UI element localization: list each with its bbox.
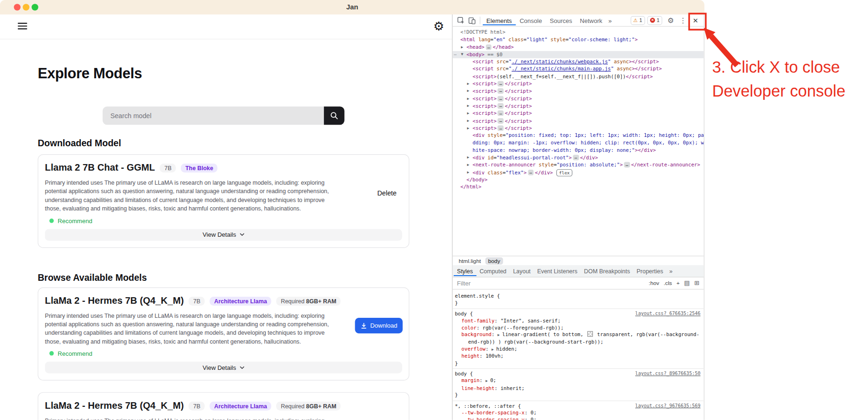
new-style-rule-button[interactable]: + [676,280,680,286]
model-description: Primary intended uses The primary use of… [45,179,337,213]
model-size-badge: 7B [189,402,205,411]
model-title: LlaMa 2 - Hermes 7B (Q4_K_M) [45,295,184,307]
styles-sidebar-tabs: StylesComputedLayoutEvent ListenersDOM B… [453,265,704,278]
recommend-label: Recommend [58,217,92,224]
styles-filter-bar: Filter :hov .cls + ▤ ⊞ [453,278,704,290]
tab-sources[interactable]: Sources [546,15,576,25]
settings-gear-icon[interactable]: ⚙ [434,17,444,36]
page-title: Explore Models [37,65,409,82]
crumb-html[interactable]: html.light [456,257,484,264]
search-button[interactable] [324,106,344,125]
tab-styles[interactable]: Styles [454,266,476,276]
annotation-line-2: Developer console [712,79,845,103]
search-placeholder: Search model [110,112,151,120]
browse-models-heading: Browse Available Models [37,272,409,283]
inspect-icon[interactable] [456,15,467,26]
app-header: ⚙ [0,15,452,39]
annotation-text: 3. Click X to close Developer console [712,55,845,103]
model-card-title-row: LlaMa 2 - Hermes 7B (Q4_K_M) 7B Architec… [45,295,402,307]
more-tabs-icon[interactable]: » [606,17,614,23]
warnings-badge[interactable]: ⚠ 1 [630,16,645,25]
styles-filter-input[interactable]: Filter [457,280,471,286]
crumb-body[interactable]: body [485,257,502,264]
model-architecture-badge: Architecture Llama [210,297,272,306]
recommend-dot-icon [49,351,53,355]
download-icon [360,322,367,329]
menu-icon[interactable] [18,23,28,31]
chevron-down-icon [239,233,245,236]
model-card-title-row: Llama 2 7B Chat - GGML 7B The Bloke [45,163,402,174]
model-card: Llama 2 7B Chat - GGML 7B The Bloke Prim… [37,154,409,248]
tab-elements[interactable]: Elements [483,15,516,25]
model-author-badge: The Bloke [181,164,217,172]
view-details-button[interactable]: View Details [45,229,402,240]
view-details-label: View Details [202,364,236,371]
tab-computed[interactable]: Computed [476,266,510,276]
devtools-panel: ElementsConsoleSourcesNetwork » ⚠ 1 ✕ 1 … [452,15,704,420]
search-bar: Search model [103,106,344,125]
window-title: Jan [0,0,704,15]
error-count: 1 [657,17,659,23]
search-model-input[interactable]: Search model [103,106,324,125]
model-ram-badge: Required 8GB+ RAM [277,297,341,306]
breadcrumb: html.lightbody [453,256,704,266]
model-card: LlaMa 2 - Hermes 7B (Q4_K_M) 7B Architec… [37,392,409,420]
tab-layout[interactable]: Layout [510,266,534,276]
stylesheet-link[interactable]: layout.css?_89676635:50 [635,371,700,376]
tab-network[interactable]: Network [576,15,606,25]
tab-properties[interactable]: Properties [633,266,666,276]
model-title: Llama 2 7B Chat - GGML [45,163,155,174]
chevron-down-icon [239,366,245,369]
model-size-badge: 7B [160,164,176,172]
more-tabs-icon[interactable]: » [666,268,675,274]
kebab-menu-icon[interactable]: ⋮ [680,16,687,24]
downloaded-model-heading: Downloaded Model [37,138,409,149]
window-titlebar: Jan [0,0,704,15]
devtools-toolbar: ElementsConsoleSourcesNetwork » ⚠ 1 ✕ 1 … [453,15,704,27]
model-ram-badge: Required 8GB+ RAM [277,402,341,411]
recommend-row: Recommend [49,350,402,357]
layout-panel-icon[interactable]: ⊞ [694,279,699,286]
model-description: Primary intended uses The primary use of… [45,312,337,346]
annotation-line-1: 3. Click X to close [712,55,845,79]
class-toggle[interactable]: .cls [664,280,672,286]
toolbar-divider [480,16,480,24]
model-architecture-badge: Architecture Llama [210,402,272,411]
model-card: LlaMa 2 - Hermes 7B (Q4_K_M) 7B Architec… [37,287,409,381]
stylesheet-link[interactable]: layout.css?_9676635:569 [635,403,700,408]
recommend-dot-icon [49,218,53,223]
stylesheet-link[interactable]: layout.css?_676635:2546 [635,310,700,316]
search-icon [330,112,338,120]
elements-tree[interactable]: <!DOCTYPE html><html lang="en" class="li… [453,27,704,258]
tab-event-listeners[interactable]: Event Listeners [534,266,581,276]
error-icon: ✕ [650,18,655,23]
pseudo-state-toggle[interactable]: :hov [649,280,659,286]
recommend-label: Recommend [58,350,92,357]
app-content: Explore Models Search model Downloaded M… [0,65,409,420]
view-details-label: View Details [202,232,236,238]
computed-panel-icon[interactable]: ▤ [684,279,690,286]
tab-console[interactable]: Console [516,15,546,25]
device-toolbar-icon[interactable] [466,15,478,26]
delete-button[interactable]: Delete [377,189,397,197]
styles-pane[interactable]: element.style {}layout.css?_676635:2546b… [453,290,704,420]
download-label: Download [370,322,397,329]
recommend-row: Recommend [49,217,402,224]
model-card-title-row: LlaMa 2 - Hermes 7B (Q4_K_M) 7B Architec… [45,401,402,412]
warning-count: 1 [639,17,642,23]
view-details-button[interactable]: View Details [45,362,402,374]
screenshot-stage: Jan ⚙ Explore Models Search model Downlo… [0,0,868,420]
errors-badge[interactable]: ✕ 1 [647,16,662,25]
model-size-badge: 7B [189,297,205,306]
tab-dom-breakpoints[interactable]: DOM Breakpoints [581,266,633,276]
model-description: Primary intended uses The primary use of… [45,417,337,420]
jan-app-panel: ⚙ Explore Models Search model Downloaded… [0,15,452,420]
devtools-tabs: ElementsConsoleSourcesNetwork [483,15,606,26]
devtools-settings-icon[interactable]: ⚙ [667,16,674,24]
warning-icon: ⚠ [633,17,638,23]
download-button[interactable]: Download [355,318,403,333]
model-title: LlaMa 2 - Hermes 7B (Q4_K_M) [45,401,184,412]
